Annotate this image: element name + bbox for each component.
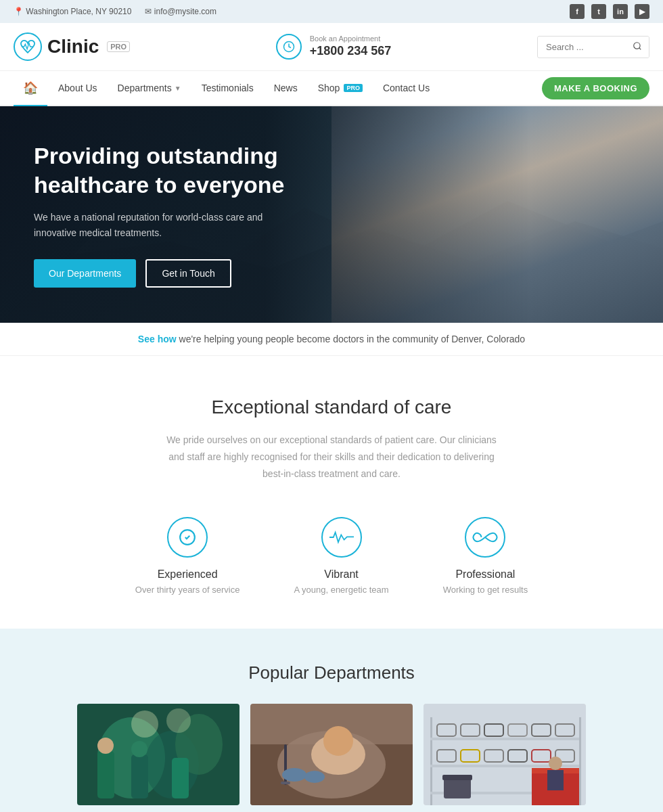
search-box[interactable] — [537, 36, 649, 58]
youtube-icon[interactable]: ▶ — [635, 4, 649, 19]
twitter-icon[interactable]: t — [591, 4, 606, 19]
nav-shop-label: Shop — [318, 83, 340, 93]
nav-item-news[interactable]: News — [265, 73, 307, 103]
svg-rect-30 — [430, 738, 579, 740]
top-bar-info: 📍 Washington Place, NY 90210 ✉ info@mysi… — [14, 7, 216, 16]
linkedin-icon[interactable]: in — [613, 4, 628, 19]
professional-desc: Working to get results — [443, 585, 528, 595]
phone-number: +1800 234 567 — [310, 44, 392, 58]
feature-vibrant: Vibrant A young, energetic team — [294, 517, 388, 595]
nav-item-contact[interactable]: Contact Us — [373, 73, 439, 103]
eye-image — [424, 704, 586, 805]
svg-rect-23 — [281, 782, 290, 784]
booking-button[interactable]: MAKE A BOOKING — [542, 77, 649, 99]
nav-item-shop[interactable]: Shop PRO — [308, 73, 372, 103]
experienced-title: Experienced — [135, 568, 240, 581]
logo-text: Clinic — [47, 36, 99, 58]
experienced-icon — [167, 517, 208, 558]
svg-point-1 — [634, 42, 640, 48]
svg-rect-29 — [579, 717, 581, 805]
tagline-strip: See how we're helping young people becom… — [0, 323, 663, 356]
top-bar: 📍 Washington Place, NY 90210 ✉ info@mysi… — [0, 0, 663, 23]
search-input[interactable] — [538, 37, 626, 57]
hero-content: Providing outstanding healthcare to ever… — [0, 141, 338, 288]
nav-about-label: About Us — [58, 83, 97, 93]
nav-departments-label: Departments — [118, 83, 172, 93]
svg-point-25 — [304, 771, 325, 783]
svg-point-21 — [323, 726, 353, 756]
vibrant-icon — [321, 517, 362, 558]
svg-point-47 — [549, 757, 562, 770]
svg-point-13 — [97, 738, 114, 754]
logo-icon — [14, 32, 42, 61]
dental-image — [250, 704, 413, 805]
logo-pro-badge: PRO — [107, 41, 130, 52]
svg-rect-14 — [131, 754, 148, 798]
search-button[interactable] — [626, 37, 649, 58]
svg-rect-12 — [97, 751, 114, 798]
svg-rect-48 — [547, 770, 564, 790]
departments-grid — [14, 704, 649, 805]
home-icon: 🏠 — [23, 81, 38, 95]
nav-item-testimonials[interactable]: Testimonials — [192, 73, 263, 103]
get-in-touch-button[interactable]: Get in Touch — [145, 259, 231, 288]
location-icon: 📍 — [14, 7, 24, 16]
logo[interactable]: Clinic PRO — [14, 32, 130, 61]
care-description: We pride ourselves on our exceptional st… — [162, 432, 501, 483]
experienced-desc: Over thirty years of service — [135, 585, 240, 595]
header-phone: Book an Appointment +1800 234 567 — [276, 34, 392, 60]
tagline-text: we're helping young people become doctor… — [179, 334, 526, 344]
phone-details: Book an Appointment +1800 234 567 — [310, 34, 392, 60]
nav-testimonials-label: Testimonials — [202, 83, 254, 93]
svg-point-11 — [166, 708, 191, 733]
facebook-icon[interactable]: f — [570, 4, 585, 19]
vibrant-desc: A young, energetic team — [294, 585, 388, 595]
email-info: ✉ info@mysite.com — [145, 7, 216, 16]
svg-point-10 — [131, 710, 158, 738]
nav-item-departments[interactable]: Departments ▼ — [108, 73, 191, 103]
email-icon: ✉ — [145, 7, 152, 16]
care-title: Exceptional standard of care — [68, 397, 595, 418]
care-section: Exceptional standard of care We pride ou… — [0, 356, 663, 629]
professional-title: Professional — [443, 568, 528, 581]
main-nav: 🏠 About Us Departments ▼ Testimonials Ne… — [0, 71, 663, 106]
feature-experienced: Experienced Over thirty years of service — [135, 517, 240, 595]
svg-rect-50 — [442, 775, 472, 780]
dept-card-dental[interactable] — [250, 704, 413, 805]
tagline-link[interactable]: See how — [138, 334, 177, 344]
surgery-image — [77, 704, 239, 805]
shop-pro-badge: PRO — [344, 84, 363, 92]
feature-professional: Professional Working to get results — [443, 517, 528, 595]
nav-news-label: News — [274, 83, 298, 93]
hero-buttons: Our Departments Get in Touch — [34, 259, 304, 288]
svg-point-24 — [282, 768, 306, 782]
svg-point-15 — [131, 741, 147, 757]
social-links: f t in ▶ — [570, 4, 649, 19]
dropdown-chevron: ▼ — [175, 85, 181, 92]
nav-item-home[interactable]: 🏠 — [14, 71, 47, 106]
features-grid: Experienced Over thirty years of service… — [68, 517, 595, 595]
nav-links: 🏠 About Us Departments ▼ Testimonials Ne… — [14, 71, 439, 105]
vibrant-title: Vibrant — [294, 568, 388, 581]
departments-section: Popular Departments — [0, 629, 663, 812]
hero-section: Providing outstanding healthcare to ever… — [0, 106, 663, 323]
departments-button[interactable]: Our Departments — [34, 259, 136, 288]
svg-rect-16 — [172, 758, 189, 798]
svg-rect-49 — [444, 778, 471, 798]
departments-title: Popular Departments — [14, 662, 649, 683]
nav-item-about[interactable]: About Us — [49, 73, 107, 103]
hero-title: Providing outstanding healthcare to ever… — [34, 141, 304, 199]
hero-description: We have a national reputation for world-… — [34, 210, 304, 240]
professional-icon — [465, 517, 505, 558]
phone-circle-icon — [276, 34, 302, 60]
svg-line-2 — [639, 47, 641, 49]
dept-card-eye[interactable] — [424, 704, 586, 805]
dept-card-surgery[interactable] — [77, 704, 239, 805]
address-info: 📍 Washington Place, NY 90210 — [14, 7, 131, 16]
site-header: Clinic PRO Book an Appointment +1800 234… — [0, 23, 663, 71]
phone-label: Book an Appointment — [310, 34, 392, 43]
nav-contact-label: Contact Us — [383, 83, 430, 93]
